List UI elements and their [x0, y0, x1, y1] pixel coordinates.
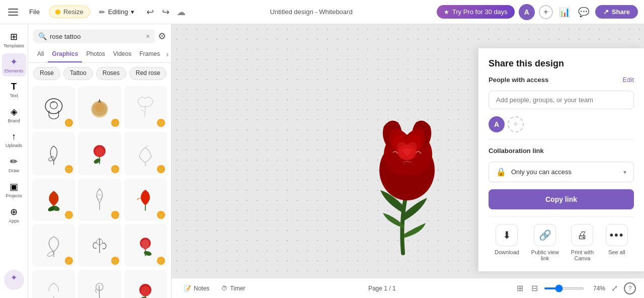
print-icon: 🖨	[571, 224, 593, 246]
zoom-slider[interactable]	[544, 287, 584, 289]
public-view-action[interactable]: 🔗 Public viewlink	[531, 224, 559, 261]
chat-button[interactable]: 💬	[576, 5, 591, 20]
list-item[interactable]: 👑	[78, 132, 121, 175]
sidebar-item-text[interactable]: T Text	[2, 79, 26, 101]
results-grid: 👑 👑 👑	[32, 86, 167, 298]
undo-redo-group: ↩ ↪	[143, 5, 173, 20]
list-item[interactable]: 👑	[32, 132, 75, 175]
list-item[interactable]: 👑	[124, 86, 167, 129]
more-icon: •••	[606, 224, 628, 246]
divider	[489, 139, 634, 140]
list-item[interactable]: 👑	[124, 224, 167, 267]
resize-button[interactable]: Resize	[49, 6, 90, 18]
editing-label: Editing	[108, 8, 128, 16]
tab-graphics[interactable]: Graphics	[48, 46, 82, 62]
access-dropdown[interactable]: 🔒 Only you can access ▾	[489, 162, 634, 182]
list-item[interactable]: 👑	[78, 270, 121, 298]
list-item[interactable]: 👑	[32, 224, 75, 267]
brand-label: Brand	[8, 118, 20, 123]
edit-access-button[interactable]: Edit	[623, 76, 634, 84]
apps-icon: ⊕	[10, 206, 18, 217]
chip-red-rose[interactable]: Red rose	[129, 67, 167, 80]
sidebar-item-uploads[interactable]: ↑ Uploads	[2, 128, 26, 151]
tabs-bar: All Graphics Photos Videos Frames ›	[28, 46, 171, 63]
tab-photos[interactable]: Photos	[82, 46, 109, 62]
share-button[interactable]: ↗ Share	[595, 5, 638, 19]
timer-button[interactable]: ⏱ Timer	[217, 283, 249, 294]
premium-badge: 👑	[111, 211, 119, 219]
sidebar-item-templates[interactable]: ⊞ Templates	[2, 28, 26, 51]
chip-roses[interactable]: Roses	[96, 67, 126, 80]
add-collaborator-button[interactable]: +	[539, 5, 553, 19]
list-item[interactable]: 👑	[78, 86, 121, 129]
svg-point-0	[45, 99, 62, 114]
sidebar-item-draw[interactable]: ✏ Draw	[2, 153, 26, 176]
undo-button[interactable]: ↩	[143, 5, 157, 20]
tab-videos[interactable]: Videos	[109, 46, 135, 62]
resize-dot	[55, 10, 60, 15]
search-bar: 🔍 × ⚙	[28, 24, 171, 46]
download-label: Download	[495, 249, 519, 255]
sidebar-item-elements[interactable]: ✦ Elements	[2, 53, 26, 77]
list-item[interactable]: 👑	[78, 178, 121, 221]
redo-button[interactable]: ↪	[159, 5, 173, 20]
notes-button[interactable]: 📝 Notes	[180, 283, 213, 294]
list-item[interactable]: 👑	[124, 132, 167, 175]
expand-button[interactable]: ⤢	[609, 282, 620, 294]
assistant-icon: ✦	[11, 273, 17, 282]
pro-star-icon: ★	[444, 9, 449, 16]
grid-view-button[interactable]: ⊞	[515, 282, 525, 294]
rose-graphic[interactable]	[348, 42, 468, 260]
draw-icon: ✏	[10, 156, 18, 167]
list-item[interactable]: 👑	[32, 270, 75, 298]
chevron-down-icon: ▾	[131, 8, 134, 16]
try-pro-button[interactable]: ★ Try Pro for 30 days	[437, 5, 515, 19]
chips-more-icon[interactable]: ›	[170, 67, 171, 80]
list-item[interactable]: 👑	[124, 270, 167, 298]
menu-icon[interactable]	[6, 5, 20, 19]
uploads-label: Uploads	[6, 143, 22, 148]
file-button[interactable]: File	[24, 6, 45, 18]
list-item[interactable]: 👑	[32, 178, 75, 221]
projects-icon: ▣	[10, 181, 18, 192]
share-actions-row: ⬇ Download 🔗 Public viewlink 🖨 Print wit…	[489, 224, 634, 261]
avatar[interactable]: A	[519, 4, 535, 20]
elements-label: Elements	[5, 68, 24, 73]
tab-frames[interactable]: Frames	[135, 46, 164, 62]
analytics-button[interactable]: 📊	[557, 5, 572, 20]
clear-search-button[interactable]: ×	[146, 32, 150, 40]
copy-link-button[interactable]: Copy link	[489, 189, 634, 209]
share-panel-title: Share this design	[489, 58, 634, 69]
list-item[interactable]: 👑	[32, 86, 75, 129]
search-input[interactable]	[50, 33, 143, 40]
sidebar: ⊞ Templates ✦ Elements T Text ◈ Brand ↑ …	[0, 24, 28, 298]
print-action[interactable]: 🖨 Print withCanva	[571, 224, 594, 261]
list-item[interactable]: 👑	[78, 224, 121, 267]
add-person-button[interactable]: +	[508, 116, 524, 132]
sidebar-item-projects[interactable]: ▣ Projects	[2, 178, 26, 201]
tabs-more-icon[interactable]: ›	[166, 50, 169, 59]
sidebar-item-brand[interactable]: ◈ Brand	[2, 103, 26, 126]
editing-button[interactable]: ✏ Editing ▾	[94, 6, 140, 18]
uploads-icon: ↑	[12, 131, 16, 142]
print-label: Print withCanva	[571, 249, 594, 261]
timer-icon: ⏱	[221, 285, 227, 292]
see-all-action[interactable]: ••• See all	[606, 224, 628, 261]
sidebar-item-apps[interactable]: ⊕ Apps	[2, 203, 26, 227]
sidebar-item-assistant[interactable]: ✦	[4, 270, 24, 290]
filter-button[interactable]: ⚙	[158, 31, 166, 42]
try-pro-label: Try Pro for 30 days	[452, 8, 508, 16]
templates-label: Templates	[4, 43, 24, 48]
list-item[interactable]: 👑	[124, 178, 167, 221]
help-button[interactable]: ?	[624, 282, 636, 294]
download-action[interactable]: ⬇ Download	[495, 224, 519, 261]
premium-badge: 👑	[65, 211, 73, 219]
link-icon: 🔗	[534, 224, 556, 246]
zoom-level: 74%	[587, 285, 605, 292]
people-section-title: People with access	[489, 76, 548, 84]
chip-tattoo[interactable]: Tattoo	[63, 67, 93, 80]
multi-view-button[interactable]: ⊟	[529, 282, 540, 294]
tab-all[interactable]: All	[33, 46, 48, 62]
add-people-input[interactable]	[489, 91, 634, 109]
chip-rose[interactable]: Rose	[33, 67, 60, 80]
